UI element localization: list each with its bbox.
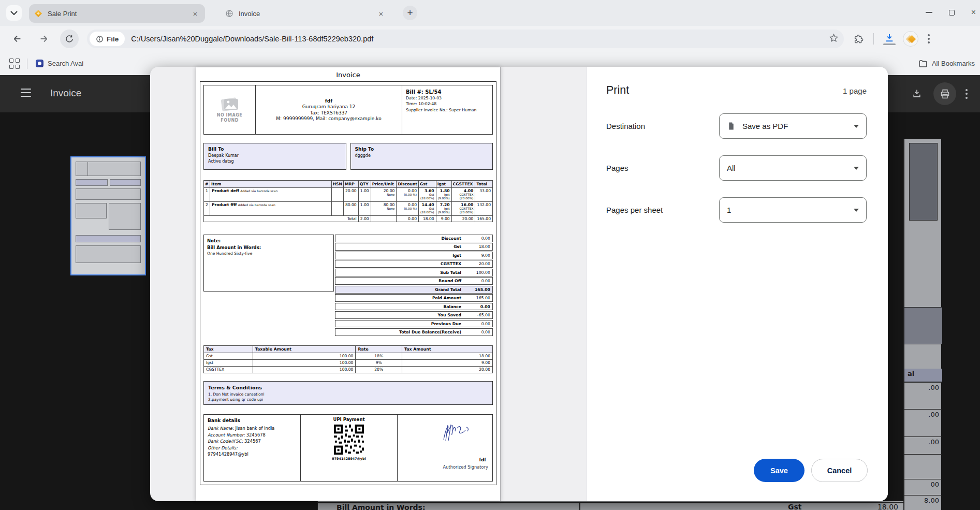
- gst-tag: Gst: [420, 193, 434, 197]
- pages-per-sheet-select[interactable]: 1: [719, 197, 867, 223]
- page-thumbnail[interactable]: [70, 156, 146, 275]
- folder-icon: [918, 59, 928, 68]
- tab-sale-print[interactable]: Sale Print ×: [29, 4, 205, 23]
- cgsttex-pct: (20.00%): [454, 197, 474, 200]
- tab-close-icon[interactable]: ×: [376, 9, 386, 18]
- item-name: Product ffff: [212, 202, 237, 207]
- all-bookmarks-label: All Bookmarks: [932, 60, 975, 67]
- window-controls: ×: [926, 4, 976, 21]
- item-cgsttex: 4.00CGSTTEX(20.00%): [451, 188, 475, 202]
- gst-value: 3.60: [420, 188, 434, 193]
- pdf-download-button[interactable]: [905, 82, 928, 105]
- pages-select[interactable]: All: [719, 155, 867, 181]
- destination-label: Destination: [606, 122, 719, 130]
- bank-other-line: Other Details:: [208, 445, 297, 451]
- rate-col: Rate: [356, 345, 402, 353]
- back-arrow-icon: [11, 33, 23, 45]
- background-cell: 8.00: [904, 496, 942, 510]
- print-header: Print 1 page: [587, 67, 888, 97]
- close-window-icon[interactable]: ×: [971, 8, 976, 17]
- invoice-title: Invoice: [200, 71, 496, 79]
- save-button[interactable]: Save: [754, 459, 805, 482]
- sale-print-favicon: [34, 9, 42, 18]
- signature-icon: [436, 421, 474, 444]
- extensions-button[interactable]: [853, 34, 864, 45]
- bank-details: Bank details Bank Name: Jisan bank of in…: [204, 415, 301, 481]
- tab-invoice[interactable]: Invoice ×: [220, 4, 391, 23]
- bill-number: Bill #: SL/54: [406, 89, 489, 95]
- chevron-down-icon: [854, 209, 859, 212]
- total-igst: 9.00: [436, 216, 451, 222]
- tax-table: Tax Taxable Amount Rate Tax Amount Gst10…: [203, 345, 493, 373]
- seller-name: fdf: [325, 98, 332, 104]
- extension-badge-button[interactable]: [903, 31, 918, 47]
- bookmark-favicon: [36, 60, 43, 67]
- pdf-menu-button[interactable]: [21, 89, 31, 97]
- globe-icon: [225, 9, 233, 18]
- upi-payment: UPI Payment: [301, 415, 398, 481]
- pages-per-sheet-value: 1: [727, 206, 847, 214]
- thumb-items-box: [76, 188, 141, 200]
- pdf-more-button[interactable]: [961, 89, 972, 99]
- document-icon: [727, 122, 736, 130]
- all-bookmarks-button[interactable]: All Bookmarks: [918, 52, 975, 75]
- summary-row: Round Off0.00: [335, 277, 493, 285]
- bank-name-value: Jisan bank of india: [234, 426, 275, 431]
- browser-menu-button[interactable]: [928, 34, 930, 43]
- col-mrp: MRP: [343, 181, 358, 188]
- pages-per-sheet-row: Pages per sheet 1: [587, 197, 888, 223]
- col-gst: Gst: [418, 181, 436, 188]
- col-item: Item: [210, 181, 331, 188]
- tab-close-icon[interactable]: ×: [191, 9, 200, 18]
- forward-button[interactable]: [35, 30, 53, 48]
- tax-row: Igst100.009%9.00: [204, 359, 493, 366]
- url-text[interactable]: C:/Users/Jisan%20Duggale/Downloads/Sale-…: [131, 35, 825, 43]
- seller-address: Gurugram hariyana 12: [302, 104, 355, 109]
- background-page-edge: al .00 .00 .00 00 8.00: [903, 139, 941, 510]
- summary-row: Igst9.00: [335, 252, 493, 259]
- address-bar[interactable]: File C:/Users/Jisan%20Duggale/Downloads/…: [87, 30, 844, 48]
- col-price: Price/Unit: [371, 181, 397, 188]
- back-button[interactable]: [8, 30, 26, 48]
- item-hsn: [331, 202, 343, 216]
- minimize-icon[interactable]: [926, 12, 932, 13]
- cancel-button[interactable]: Cancel: [811, 459, 868, 482]
- item-name: Product deff: [212, 188, 239, 193]
- summary-label: Balance: [335, 304, 465, 309]
- item-row: 1 Product deff Added via barcode scan 20…: [204, 188, 493, 202]
- downloads-button[interactable]: [883, 33, 896, 45]
- summary-label: Total Due Balance(Receive): [335, 330, 465, 334]
- no-image-text: NO IMAGE: [217, 113, 242, 118]
- bookmark-star-button[interactable]: [829, 33, 839, 45]
- tab-search-button[interactable]: [6, 5, 22, 21]
- item-price: 80.00None: [371, 202, 397, 216]
- total-qty: 2.00: [358, 216, 371, 222]
- thumb-note-box: [76, 203, 107, 218]
- item-igst: 1.80Igst(9.00%): [436, 188, 451, 202]
- download-tray-icon: [912, 89, 922, 99]
- col-igst: Igst: [436, 181, 451, 188]
- destination-row: Destination Save as PDF: [587, 113, 888, 139]
- pdf-print-button[interactable]: [933, 82, 956, 105]
- taxable-amount: 100.00: [253, 366, 356, 373]
- pdf-document-title: Invoice: [50, 88, 81, 99]
- bookmark-item[interactable]: Search Avai: [36, 60, 83, 67]
- tax-rate: 20%: [356, 366, 402, 373]
- apps-grid-icon[interactable]: [9, 59, 20, 69]
- total-discount: 0.00: [397, 216, 419, 222]
- bill-to-line2: Active datsg: [208, 159, 342, 165]
- summary-value: 0.00: [465, 322, 492, 326]
- bill-date: Date: 2025-10-03: [406, 95, 489, 101]
- tax-amount-col: Tax Amount: [402, 345, 492, 353]
- summary-row-grand-total: Grand Total165.00: [335, 286, 493, 294]
- no-image-text: FOUND: [221, 118, 239, 123]
- gst-pct: (18.00%): [420, 197, 434, 200]
- destination-select[interactable]: Save as PDF: [719, 113, 867, 139]
- file-scheme-chip[interactable]: File: [90, 32, 125, 46]
- new-tab-button[interactable]: +: [403, 6, 417, 20]
- words-label: Bill Amount in Words:: [207, 244, 330, 251]
- bank-name-line: Bank Name: Jisan bank of india: [208, 425, 297, 431]
- reload-button[interactable]: [60, 30, 79, 48]
- maximize-icon[interactable]: [949, 10, 955, 16]
- summary-row: Gst18.00: [335, 243, 493, 251]
